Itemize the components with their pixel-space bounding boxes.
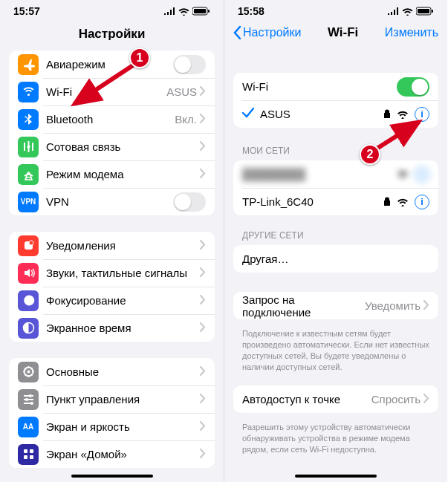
chevron-right-icon <box>200 448 206 461</box>
info-button[interactable]: i <box>415 167 429 182</box>
network-name: ████████ <box>242 168 397 180</box>
other-network-row[interactable]: Другая… <box>233 245 438 273</box>
other-label: Другая… <box>242 253 429 265</box>
status-bar: 15:58 <box>224 0 447 22</box>
wifi-screen: 15:58 Настройки Wi-Fi Изменить Wi-Fi <box>224 0 447 482</box>
row-label: Фокусирование <box>46 294 200 307</box>
wifi-toggle-row[interactable]: Wi-Fi <box>233 73 438 100</box>
info-button[interactable]: i <box>415 195 429 209</box>
chevron-right-icon <box>200 239 206 253</box>
connected-network-name: ASUS <box>260 108 383 120</box>
ask-footer: Подключение к известным сетям будет прои… <box>224 325 447 385</box>
row-label: Звуки, тактильные сигналы <box>46 267 200 279</box>
other-networks-header: ДРУГИЕ СЕТИ <box>224 230 447 245</box>
svg-rect-16 <box>30 449 33 453</box>
wifi-icon <box>178 7 189 16</box>
vpn-toggle[interactable] <box>173 192 206 212</box>
status-time: 15:58 <box>238 5 264 17</box>
airplane-toggle[interactable] <box>173 55 206 74</box>
wifi-icon <box>18 82 39 102</box>
chevron-right-icon <box>423 299 429 313</box>
settings-row-sounds[interactable]: Звуки, тактильные сигналы <box>9 259 215 287</box>
edit-button[interactable]: Изменить <box>385 26 438 39</box>
wifi-toggle-label: Wi-Fi <box>242 80 397 93</box>
settings-row-focus[interactable]: Фокусирование <box>9 287 215 314</box>
chevron-right-icon <box>200 294 206 307</box>
bluetooth-icon <box>18 109 39 130</box>
home-indicator <box>295 475 377 478</box>
cellular-icon <box>18 137 39 157</box>
svg-rect-21 <box>418 9 429 13</box>
signal-icon <box>387 7 399 15</box>
ask-to-join-row[interactable]: Запрос на подключение Уведомить <box>233 292 438 319</box>
check-icon <box>242 108 254 121</box>
auto-label: Автодоступ к точке <box>242 393 371 406</box>
svg-point-11 <box>27 371 30 374</box>
battery-icon <box>416 7 434 16</box>
chevron-right-icon <box>200 393 206 406</box>
svg-point-13 <box>25 398 28 401</box>
back-label: Настройки <box>243 26 301 39</box>
chevron-right-icon <box>200 267 206 280</box>
chevron-left-icon <box>233 26 241 39</box>
svg-rect-4 <box>194 9 206 13</box>
row-value: Вкл. <box>175 113 197 126</box>
svg-point-12 <box>29 394 32 397</box>
chevron-right-icon <box>200 168 206 181</box>
notifications-icon <box>18 235 39 256</box>
row-label: Уведомления <box>46 239 200 252</box>
chevron-right-icon <box>423 393 429 406</box>
signal-icon <box>163 7 175 15</box>
svg-point-5 <box>27 146 30 149</box>
chevron-right-icon <box>200 85 206 99</box>
wifi-signal-icon <box>397 198 409 206</box>
status-bar: 15:57 <box>0 0 224 22</box>
settings-row-vpn[interactable]: VPNVPN <box>9 188 215 215</box>
settings-row-notifications[interactable]: Уведомления <box>9 232 215 259</box>
network-row-tplink[interactable]: TP-Link_6C40i <box>233 188 438 215</box>
svg-point-14 <box>30 402 33 405</box>
chevron-right-icon <box>200 113 206 126</box>
row-label: Экранное время <box>46 322 200 334</box>
homescreen-icon <box>18 444 39 465</box>
auto-footer: Разрешить этому устройству автоматически… <box>224 419 447 469</box>
row-label: Bluetooth <box>46 113 175 126</box>
callout-2: 2 <box>360 144 380 165</box>
status-time: 15:57 <box>13 5 40 17</box>
row-label: Сотовая связь <box>46 140 200 153</box>
auto-hotspot-row[interactable]: Автодоступ к точке Спросить <box>233 385 438 413</box>
chevron-right-icon <box>200 365 206 379</box>
page-title: Настройки <box>0 22 224 51</box>
svg-line-0 <box>74 64 135 104</box>
row-label: Основные <box>46 365 200 378</box>
settings-row-hotspot[interactable]: Режим модема <box>9 160 215 188</box>
ask-value: Уведомить <box>365 299 421 312</box>
page-title: Wi-Fi <box>328 25 358 40</box>
settings-row-display[interactable]: AAЭкран и яркость <box>9 413 215 440</box>
settings-row-screentime[interactable]: Экранное время <box>9 314 215 342</box>
row-value: ASUS <box>166 85 197 98</box>
wifi-signal-icon <box>397 170 409 179</box>
lock-icon <box>383 197 391 206</box>
back-button[interactable]: Настройки <box>233 26 301 39</box>
settings-row-controlcenter[interactable]: Пункт управления <box>9 385 215 413</box>
controlcenter-icon <box>18 389 39 410</box>
status-icons <box>163 7 210 16</box>
svg-line-1 <box>374 122 419 150</box>
vpn-icon: VPN <box>18 192 39 212</box>
nav-bar: Настройки Wi-Fi Изменить <box>224 22 447 48</box>
battery-icon <box>192 7 210 16</box>
settings-row-general[interactable]: Основные <box>9 358 215 385</box>
airplane-icon <box>18 54 39 75</box>
chevron-right-icon <box>200 322 206 335</box>
arrow-1 <box>68 61 143 113</box>
focus-icon <box>18 290 39 311</box>
chevron-right-icon <box>200 140 206 154</box>
settings-row-homescreen[interactable]: Экран «Домой» <box>9 440 215 468</box>
sounds-icon <box>18 263 39 284</box>
screentime-icon <box>18 318 39 339</box>
network-row-blurred[interactable]: ████████i <box>233 160 438 188</box>
settings-row-cellular[interactable]: Сотовая связь <box>9 133 215 160</box>
wifi-toggle[interactable] <box>397 77 429 97</box>
svg-point-8 <box>29 241 33 245</box>
